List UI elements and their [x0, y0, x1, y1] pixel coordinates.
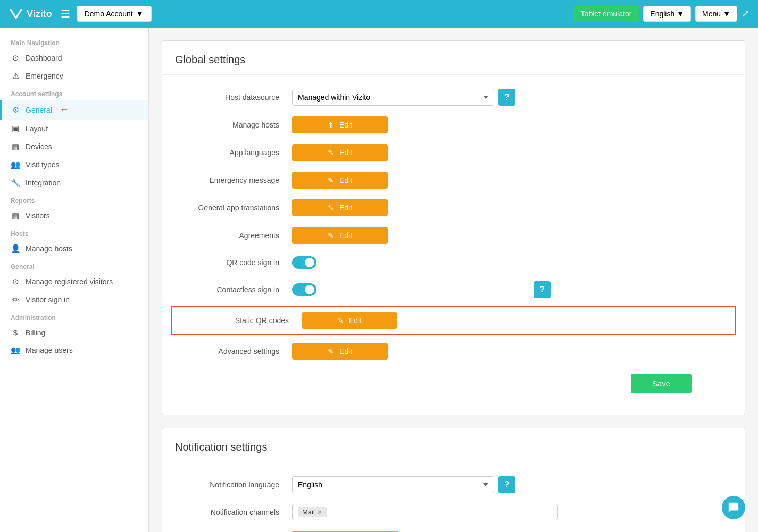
manage-hosts-icon: 👤: [11, 244, 20, 254]
emergency-message-row: Emergency message ✎ Edit: [162, 166, 745, 194]
sidebar-item-manage-hosts[interactable]: 👤Manage hosts: [0, 240, 148, 258]
manage-hosts-edit-button[interactable]: ⬆ Edit: [292, 116, 388, 133]
visit-types-icon: 👥: [11, 160, 20, 170]
agreements-edit-label: Edit: [339, 231, 352, 240]
tablet-emulator-button[interactable]: Tablet emulator: [573, 6, 639, 22]
notification-language-select[interactable]: English: [292, 476, 494, 493]
dashboard-label: Dashboard: [26, 54, 62, 62]
billing-icon: $: [11, 328, 20, 337]
language-button[interactable]: English ▼: [643, 6, 691, 22]
host-datasource-help-button[interactable]: ?: [498, 89, 515, 106]
static-qr-codes-edit-button[interactable]: ✎ Edit: [302, 312, 397, 329]
layout: Main Navigation⊙Dashboard⚠EmergencyAccou…: [0, 28, 758, 532]
global-settings-card: Global settings Host datasource Managed …: [162, 40, 745, 415]
contactless-signin-help-button[interactable]: ?: [534, 281, 551, 298]
menu-button[interactable]: Menu ▼: [695, 6, 737, 22]
sidebar-item-devices[interactable]: ▦Devices: [0, 138, 148, 156]
sidebar-section-general: General: [0, 258, 148, 273]
manage-users-icon: 👥: [11, 345, 20, 355]
static-qr-codes-label: Static QR codes: [185, 316, 302, 325]
host-datasource-label: Host datasource: [175, 93, 292, 102]
top-navigation: Vizito ☰ Demo Account ▼ Tablet emulator …: [0, 0, 758, 28]
sidebar-item-manage-users[interactable]: 👥Manage users: [0, 341, 148, 359]
notification-language-help-button[interactable]: ?: [498, 476, 515, 493]
emergency-message-label: Emergency message: [175, 176, 292, 184]
general-translations-control: ✎ Edit: [292, 199, 558, 216]
contactless-signin-toggle[interactable]: [292, 283, 316, 296]
global-settings-save-button[interactable]: Save: [631, 374, 692, 393]
expand-button[interactable]: ⤢: [742, 8, 749, 20]
main-content: Global settings Host datasource Managed …: [149, 28, 758, 532]
advanced-settings-edit-button[interactable]: ✎ Edit: [292, 343, 388, 360]
notification-channels-row: Notification channels Mail ✕: [162, 499, 745, 526]
emergency-label: Emergency: [26, 72, 63, 80]
devices-label: Devices: [26, 142, 52, 151]
manage-hosts-control: ⬆ Edit: [292, 116, 558, 133]
notification-language-label: Notification language: [175, 480, 292, 489]
app-languages-edit-button[interactable]: ✎ Edit: [292, 144, 388, 161]
edit-icon: ✎: [328, 148, 334, 157]
host-datasource-row: Host datasource Managed within Vizito ?: [162, 83, 745, 111]
contactless-signin-control: ?: [292, 281, 558, 298]
global-settings-save-row: Save: [162, 365, 745, 402]
sidebar-item-layout[interactable]: ▣Layout: [0, 120, 148, 138]
mail-tag-remove[interactable]: ✕: [317, 509, 322, 516]
sidebar-item-general[interactable]: ⚙General←: [0, 100, 148, 120]
integration-label: Integration: [26, 179, 61, 187]
sidebar-item-manage-visitors[interactable]: ⊙Manage registered visitors: [0, 273, 148, 291]
emergency-icon: ⚠: [11, 71, 20, 81]
account-label: Demo Account: [85, 10, 133, 18]
static-qr-codes-row: Static QR codes ✎ Edit: [171, 306, 736, 335]
logo-text: Vizito: [27, 9, 52, 20]
sidebar-item-emergency[interactable]: ⚠Emergency: [0, 67, 148, 85]
notification-channels-tag-input[interactable]: Mail ✕: [292, 504, 558, 520]
advanced-settings-row: Advanced settings ✎ Edit: [162, 337, 745, 365]
emergency-message-edit-button[interactable]: ✎ Edit: [292, 172, 388, 189]
qr-code-signin-toggle[interactable]: [292, 256, 316, 269]
devices-icon: ▦: [11, 142, 20, 151]
sidebar-item-visitor-sign-in[interactable]: ✏Visitor sign in: [0, 291, 148, 309]
layout-icon: ▣: [11, 124, 20, 133]
agreements-row: Agreements ✎ Edit: [162, 222, 745, 249]
contactless-signin-row: Contactless sign in ?: [162, 276, 745, 303]
dashboard-icon: ⊙: [11, 53, 20, 63]
agreements-label: Agreements: [175, 231, 292, 240]
advanced-settings-edit-label: Edit: [339, 347, 352, 356]
account-button[interactable]: Demo Account ▼: [77, 6, 152, 22]
contactless-signin-slider: [292, 283, 316, 296]
general-translations-edit-button[interactable]: ✎ Edit: [292, 199, 388, 216]
manage-users-label: Manage users: [26, 346, 73, 354]
qr-code-signin-row: QR code sign in: [162, 249, 745, 276]
hamburger-button[interactable]: ☰: [61, 7, 70, 20]
sidebar-item-dashboard[interactable]: ⊙Dashboard: [0, 49, 148, 67]
host-datasource-select[interactable]: Managed within Vizito: [292, 89, 494, 106]
static-qr-codes-edit-label: Edit: [349, 316, 362, 325]
general-translations-edit-label: Edit: [339, 204, 352, 212]
agreements-edit-button[interactable]: ✎ Edit: [292, 227, 388, 244]
visitor-sign-in-label: Visitor sign in: [26, 295, 70, 304]
notification-language-row: Notification language English ?: [162, 471, 745, 499]
contactless-signin-label: Contactless sign in: [175, 285, 292, 294]
host-datasource-control: Managed within Vizito ?: [292, 89, 558, 106]
chat-bubble-button[interactable]: [722, 496, 745, 519]
edit-icon-6: ✎: [328, 347, 334, 356]
visitor-sign-in-icon: ✏: [11, 295, 20, 305]
notification-channels-control: Mail ✕: [292, 504, 558, 520]
sidebar: Main Navigation⊙Dashboard⚠EmergencyAccou…: [0, 28, 149, 532]
edit-icon-5: ✎: [337, 316, 344, 325]
sidebar-section-administration: Administration: [0, 309, 148, 324]
sidebar-item-integration[interactable]: 🔧Integration: [0, 174, 148, 192]
sidebar-item-billing[interactable]: $Billing: [0, 324, 148, 341]
manage-visitors-icon: ⊙: [11, 277, 20, 286]
billing-label: Billing: [26, 328, 45, 337]
sidebar-item-visitors[interactable]: ▦Visitors: [0, 207, 148, 225]
sidebar-item-visit-types[interactable]: 👥Visit types: [0, 156, 148, 174]
visitors-icon: ▦: [11, 211, 20, 221]
global-settings-title: Global settings: [162, 54, 745, 75]
agreements-control: ✎ Edit: [292, 227, 558, 244]
layout-label: Layout: [26, 124, 48, 133]
advanced-settings-control: ✎ Edit: [292, 343, 558, 360]
manage-hosts-label: Manage hosts: [175, 121, 292, 129]
qr-code-signin-slider: [292, 256, 316, 269]
mail-tag-label: Mail: [302, 508, 315, 516]
